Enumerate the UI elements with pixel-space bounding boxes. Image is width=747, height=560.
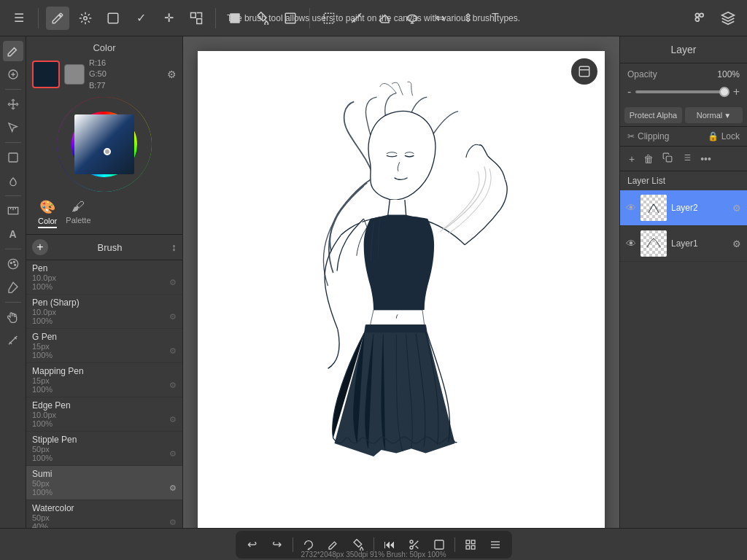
undo-btn[interactable]: ↩ [241,534,263,556]
brush-tool-icon[interactable] [46,7,69,30]
brush-tool-btn[interactable] [3,41,23,61]
delete-layer-btn[interactable]: 🗑 [642,152,655,166]
brush2-icon[interactable] [74,7,97,30]
color-tab-label: Color [38,217,57,225]
brush-settings-2[interactable]: ⚙ [169,346,177,356]
brush-settings-7[interactable]: ⚙ [169,518,177,527]
color-wheel-inner[interactable] [74,114,134,174]
canvas-area[interactable] [183,36,619,528]
brush-settings-5[interactable]: ⚙ [169,449,177,459]
svg-rect-18 [579,66,589,77]
menu-icon[interactable]: ☰ [7,7,31,30]
layer-more-btn[interactable]: ••• [699,152,713,166]
brush-name-1: Pen (Sharp) [32,298,80,308]
brush-size-row-4: 10.0px100% ⚙ [32,411,177,428]
brush-settings-3[interactable]: ⚙ [169,381,177,390]
lock-label: Lock [721,131,740,141]
layer-item-layer2[interactable]: 👁 Layer2 ⚙ [620,190,747,226]
clipping-btn[interactable]: ✂ Clipping [627,131,669,141]
svg-point-16 [14,264,15,265]
layer2-preview [640,195,667,221]
checkmark-icon[interactable]: ✓ [129,7,152,30]
grid-btn[interactable] [460,534,481,556]
svg-rect-26 [466,545,470,549]
copy-layer-btn[interactable] [661,151,674,166]
color-wheel[interactable] [57,97,152,192]
protect-alpha-btn[interactable]: Protect Alpha [624,107,682,123]
tab-palette[interactable]: 🖌 Palette [66,199,90,228]
opacity-slider[interactable] [635,90,728,93]
brush-size-row-3: 15px100% ⚙ [32,376,177,394]
layer1-visibility-icon[interactable]: 👁 [626,238,636,249]
bottom-sep-1 [293,537,293,552]
toolbar-separator-1 [38,8,39,28]
eyedropper-tool-btn[interactable] [3,330,23,351]
brush-section: + Brush ↕ Pen 10.0px100% ⚙ Pen (Sharp) 1… [26,235,182,528]
picker-tool-btn[interactable] [3,277,23,298]
brush-sort-icon[interactable]: ↕ [171,241,177,253]
primary-color-swatch[interactable] [32,61,60,88]
brush-item-stipple-pen[interactable]: Stipple Pen 50px100% ⚙ [26,432,182,466]
brush-item-pen--sharp-[interactable]: Pen (Sharp) 10.0px100% ⚙ [26,295,182,329]
brush-size-row-5: 50px100% ⚙ [32,445,177,462]
layers-icon[interactable] [689,7,712,30]
blend-mode-chevron: ▼ [724,112,731,120]
brush-item-edge-pen[interactable]: Edge Pen 10.0px100% ⚙ [26,397,182,432]
brush-item-sumi[interactable]: Sumi 50px100% ⚙ [26,466,182,500]
brush-item-g-pen[interactable]: G Pen 15px100% ⚙ [26,329,182,363]
color-wheel-cursor [104,148,111,155]
layer-item-layer1[interactable]: 👁 Layer1 ⚙ [620,226,747,262]
brush-item-watercolor[interactable]: Watercolor 50px40% ⚙ [26,500,182,528]
tab-color[interactable]: 🎨 Color [38,199,57,228]
select-tool-btn[interactable] [3,117,23,138]
brush-settings-6[interactable]: ⚙ [169,483,177,493]
transform-icon[interactable] [185,7,208,30]
color-settings-icon[interactable]: ⚙ [167,69,177,80]
palette-tool-btn[interactable] [3,254,23,274]
clipping-row: ✂ Clipping 🔒 Lock [620,127,747,147]
redo-btn[interactable]: ↪ [266,534,288,556]
hand-tool-btn[interactable] [3,307,23,327]
opacity-row: Opacity 100% [620,63,747,85]
sketch-canvas[interactable] [198,51,605,528]
brush-item-mapping-pen[interactable]: Mapping Pen 15px100% ⚙ [26,363,182,397]
layer2-visibility-icon[interactable]: 👁 [626,202,636,214]
opacity-minus-btn[interactable]: - [627,85,631,98]
tools-sidebar: A [0,36,26,528]
layers2-icon[interactable] [716,7,740,30]
tooltip-container: The brush tool allows users to paint on … [227,13,520,23]
layer1-preview [640,230,667,257]
more-btn[interactable] [484,534,506,556]
canvas-layers-btn[interactable] [571,58,597,85]
opacity-plus-btn[interactable]: + [733,85,740,98]
color-wheel-container[interactable] [32,97,177,192]
lock-icon: 🔒 [708,131,719,141]
brush-item-pen[interactable]: Pen 10.0px100% ⚙ [26,260,182,295]
add-layer-btn[interactable]: + [627,152,636,166]
palette-tab-label: Palette [66,216,90,225]
eraser-tool-btn[interactable] [3,64,23,85]
text-tool-btn[interactable]: A [3,224,23,244]
fill-tool-btn[interactable] [3,171,23,191]
normal-label: Normal [697,111,722,120]
color-tab-icon: 🎨 [39,199,55,215]
brush-name-2: G Pen [32,332,57,342]
brush-size-5: 50px100% [32,445,53,462]
secondary-color-swatch[interactable] [64,64,85,85]
brush-settings-1[interactable]: ⚙ [169,312,177,322]
layer2-settings-icon[interactable]: ⚙ [732,203,741,214]
layer1-name: Layer1 [671,238,728,249]
lock-btn[interactable]: 🔒 Lock [708,131,740,141]
brush-settings-4[interactable]: ⚙ [169,415,177,424]
ruler-tool-btn[interactable] [3,201,23,221]
brush-add-btn[interactable]: + [32,239,48,255]
layer1-settings-icon[interactable]: ⚙ [732,238,741,249]
move-tool-btn[interactable] [3,94,23,114]
normal-blend-btn[interactable]: Normal ▼ [685,107,743,123]
move-icon[interactable]: ✛ [157,7,180,30]
layer-list-btn[interactable] [680,151,693,166]
layer-tool-btn[interactable] [3,147,23,168]
brush-settings-0[interactable]: ⚙ [169,278,177,287]
square-select-icon[interactable] [101,7,125,30]
svg-rect-3 [197,18,202,23]
